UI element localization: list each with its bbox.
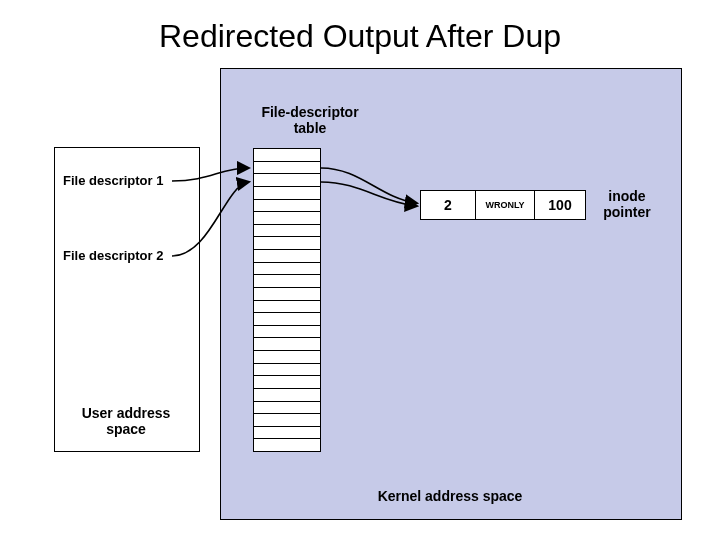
fd-slot xyxy=(254,364,320,377)
fd-slot xyxy=(254,288,320,301)
fd-slot xyxy=(254,414,320,427)
fd-slot xyxy=(254,351,320,364)
fd-slot xyxy=(254,439,320,451)
fd-slot xyxy=(254,263,320,276)
file-descriptor-table xyxy=(253,148,321,452)
fd-table-label: File-descriptor table xyxy=(250,104,370,136)
fd2-label: File descriptor 2 xyxy=(63,248,163,263)
fd-slot xyxy=(254,250,320,263)
fd-slot xyxy=(254,237,320,250)
fd-slot xyxy=(254,427,320,440)
fd1-label: File descriptor 1 xyxy=(63,173,163,188)
fd-slot xyxy=(254,212,320,225)
fd-slot xyxy=(254,174,320,187)
entry-refcount: 2 xyxy=(421,191,476,220)
fd-slot xyxy=(254,301,320,314)
fd-slot xyxy=(254,402,320,415)
page-title: Redirected Output After Dup xyxy=(0,18,720,55)
fd-slot xyxy=(254,187,320,200)
fd-slot xyxy=(254,225,320,238)
fd-slot xyxy=(254,162,320,175)
fd-slot xyxy=(254,389,320,402)
entry-mode: WRONLY xyxy=(476,191,535,220)
file-table-entry: 2 WRONLY 100 xyxy=(420,190,586,220)
fd-slot xyxy=(254,338,320,351)
kernel-space-label: Kernel address space xyxy=(350,488,550,504)
fd-slot xyxy=(254,326,320,339)
fd-slot xyxy=(254,275,320,288)
fd-slot xyxy=(254,149,320,162)
inode-pointer-label: inode pointer xyxy=(592,188,662,220)
fd-slot xyxy=(254,376,320,389)
entry-offset: 100 xyxy=(535,191,586,220)
fd-slot xyxy=(254,313,320,326)
user-space-label: User address space xyxy=(60,405,192,437)
fd-slot xyxy=(254,200,320,213)
